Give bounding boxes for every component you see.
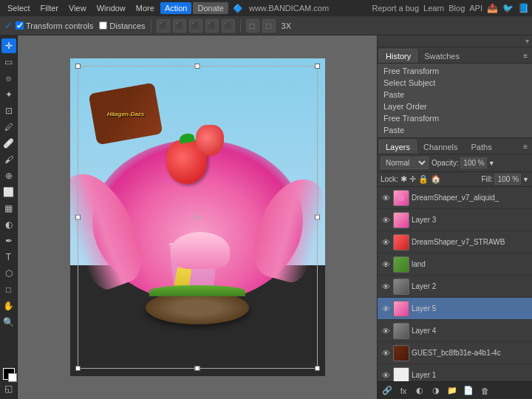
- puppet-icon[interactable]: ⬚: [262, 19, 276, 33]
- layer-item-8[interactable]: 👁 Layer 1: [378, 364, 532, 381]
- distances-check[interactable]: Distances: [99, 21, 145, 30]
- align-right-icon[interactable]: ⬛: [189, 19, 202, 33]
- facebook-icon[interactable]: 📘: [518, 3, 529, 13]
- marquee-tool[interactable]: ▭: [1, 55, 16, 69]
- menu-filter[interactable]: Filter: [36, 2, 63, 14]
- transform-box[interactable]: [78, 66, 318, 369]
- shape-tool[interactable]: □: [1, 282, 16, 297]
- brush-tool[interactable]: 🖌: [1, 152, 16, 167]
- lock-position-icon[interactable]: ✛: [409, 174, 416, 184]
- history-item-3[interactable]: Layer Order: [378, 100, 532, 112]
- pen-tool[interactable]: ✒: [1, 233, 16, 248]
- align-left-icon[interactable]: ⬛: [157, 19, 170, 33]
- menu-more[interactable]: More: [132, 2, 159, 14]
- healing-tool[interactable]: 🩹: [1, 136, 16, 151]
- twitter-icon[interactable]: 🐦: [502, 3, 514, 13]
- path-tool[interactable]: ⬡: [1, 266, 16, 281]
- layer-item-2[interactable]: 👁 DreamShaper_v7_STRAWB: [378, 231, 532, 253]
- tab-history[interactable]: History: [379, 49, 417, 63]
- text-tool[interactable]: T: [1, 250, 16, 265]
- transform-controls-checkbox[interactable]: [16, 21, 24, 30]
- layer-visibility-2[interactable]: 👁: [381, 237, 391, 248]
- layer-visibility-1[interactable]: 👁: [381, 215, 391, 225]
- history-item-0[interactable]: Free Transform: [378, 65, 532, 77]
- menu-window[interactable]: Window: [92, 2, 130, 14]
- layer-style-icon[interactable]: fx: [397, 384, 410, 398]
- tab-paths[interactable]: Paths: [465, 140, 499, 154]
- clone-tool[interactable]: ⊕: [1, 168, 16, 183]
- history-item-4[interactable]: Free Transform: [378, 112, 532, 124]
- eyedropper-tool[interactable]: 🖊: [1, 120, 16, 134]
- gradient-tool[interactable]: ▦: [1, 201, 16, 216]
- api-link[interactable]: API: [469, 4, 482, 13]
- menu-action[interactable]: Action: [160, 2, 192, 14]
- magic-wand-tool[interactable]: ✦: [1, 87, 16, 102]
- lock-all-icon[interactable]: 🏠: [431, 174, 441, 184]
- fill-arrow[interactable]: ▼: [522, 176, 529, 183]
- menu-select[interactable]: Select: [3, 2, 35, 14]
- tab-layers[interactable]: Layers: [379, 140, 417, 154]
- menu-view[interactable]: View: [64, 2, 91, 14]
- fill-input[interactable]: [494, 174, 521, 185]
- lasso-tool[interactable]: ⌾: [1, 71, 16, 86]
- opacity-input[interactable]: [460, 157, 487, 168]
- warp-icon[interactable]: ⬚: [246, 19, 259, 33]
- new-group-icon[interactable]: 📁: [446, 384, 459, 398]
- report-bug-link[interactable]: Report a bug: [372, 4, 419, 13]
- learn-link[interactable]: Learn: [423, 4, 444, 13]
- layer-item-1[interactable]: 👁 Layer 3: [378, 209, 532, 231]
- layer-item-7[interactable]: 👁 GUEST_bc8fb31e-a4b1-4c: [378, 342, 532, 364]
- move-tool[interactable]: ✛: [1, 38, 16, 53]
- history-item-2[interactable]: Paste: [378, 89, 532, 100]
- layer-item-0[interactable]: 👁 DreamShaper_v7_aliquid_: [378, 187, 532, 209]
- layer-item-5[interactable]: 👁 Layer 5: [378, 298, 532, 320]
- layer-visibility-0[interactable]: 👁: [381, 193, 391, 203]
- handle-bottom-right[interactable]: [315, 366, 320, 371]
- blend-mode-select[interactable]: Normal Multiply Screen: [381, 157, 429, 169]
- layer-visibility-5[interactable]: 👁: [381, 304, 391, 314]
- blog-link[interactable]: Blog: [449, 4, 465, 13]
- share-icon[interactable]: 📤: [487, 3, 498, 13]
- handle-bottom-left[interactable]: [75, 366, 81, 371]
- hand-tool[interactable]: ✋: [1, 299, 16, 313]
- align-middle-icon[interactable]: ⬛: [222, 19, 235, 33]
- collapse-icon[interactable]: ▾: [525, 37, 529, 45]
- layer-visibility-8[interactable]: 👁: [381, 370, 391, 381]
- layer-item-6[interactable]: 👁 Layer 4: [378, 320, 532, 342]
- tab-swatches[interactable]: Swatches: [417, 49, 466, 63]
- crop-tool[interactable]: ⊡: [1, 103, 16, 118]
- dodge-tool[interactable]: ◐: [1, 217, 16, 232]
- layers-panel-menu[interactable]: ≡: [520, 143, 531, 151]
- history-item-1[interactable]: Select Subject: [378, 77, 532, 89]
- handle-bottom-center[interactable]: [195, 366, 200, 371]
- layer-visibility-3[interactable]: 👁: [381, 259, 391, 270]
- menu-donate[interactable]: Donate: [193, 2, 228, 14]
- opacity-arrow[interactable]: ▼: [488, 160, 495, 167]
- layer-visibility-4[interactable]: 👁: [381, 282, 391, 292]
- history-item-5[interactable]: Paste: [378, 124, 532, 136]
- history-panel-menu[interactable]: ≡: [520, 52, 531, 60]
- handle-top-right[interactable]: [315, 64, 320, 69]
- add-mask-icon[interactable]: ◐: [413, 384, 426, 398]
- lock-artboard-icon[interactable]: 🔒: [418, 174, 429, 184]
- handle-middle-right[interactable]: [315, 215, 320, 220]
- layer-visibility-6[interactable]: 👁: [381, 326, 391, 336]
- align-center-icon[interactable]: ⬛: [173, 19, 186, 33]
- layer-item-4[interactable]: 👁 Layer 2: [378, 276, 532, 298]
- tab-channels[interactable]: Channels: [417, 140, 464, 154]
- canvas-area[interactable]: Häagen-Dazs: [18, 35, 377, 399]
- eraser-tool[interactable]: ⬜: [1, 185, 16, 200]
- link-layers-icon[interactable]: 🔗: [381, 384, 394, 398]
- transform-controls-check[interactable]: Transform controls: [16, 21, 93, 30]
- layer-item-3[interactable]: 👁 land: [378, 253, 532, 276]
- zoom-tool[interactable]: 🔍: [1, 315, 16, 330]
- quick-mask-tool[interactable]: ◱: [1, 381, 16, 396]
- handle-middle-left[interactable]: [75, 215, 81, 220]
- lock-pixels-icon[interactable]: ✱: [400, 174, 407, 184]
- handle-top-left[interactable]: [75, 64, 81, 69]
- handle-top-center[interactable]: [195, 64, 200, 69]
- new-layer-icon[interactable]: 📄: [462, 384, 475, 398]
- delete-layer-icon[interactable]: 🗑: [478, 384, 491, 398]
- align-top-icon[interactable]: ⬛: [205, 19, 219, 33]
- adjustment-layer-icon[interactable]: ◑: [429, 384, 443, 398]
